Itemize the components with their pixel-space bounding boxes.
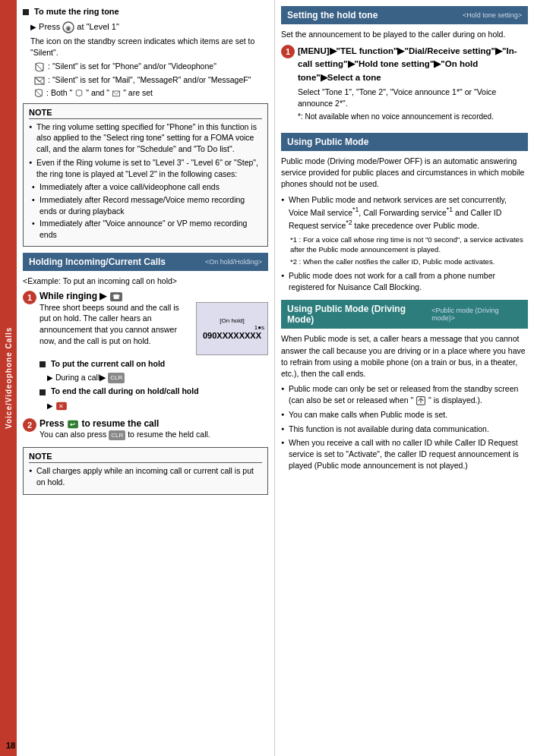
step1-content: While ringing ▶ ☎ [On hold] 1●s 090XXXXX… xyxy=(39,291,268,414)
driving-mode-tag: <Public mode (Driving mode)> xyxy=(431,307,522,322)
svg-text:✕: ✕ xyxy=(58,402,64,409)
holding-example: <Example: To put an incoming call on hol… xyxy=(23,276,268,287)
hold-step1-row: 1 [MENU]▶"TEL function"▶"Dial/Receive se… xyxy=(281,45,528,125)
step2-subtext2: to resume the held call. xyxy=(128,430,210,439)
step2-heading: Press ↩ to resume the call xyxy=(39,418,268,429)
holding-section: Holding Incoming/Current Calls <On hold/… xyxy=(23,253,268,443)
hold-tone-tag: <Hold tone setting> xyxy=(463,11,522,19)
mute-step1-suffix: at "Level 1" xyxy=(77,22,119,31)
sub2-text: ▶ ✕ xyxy=(39,400,268,412)
note-box-2: NOTE Call charges apply while an incomin… xyxy=(23,447,268,494)
phone-receive-icon: ☎ xyxy=(109,291,123,302)
public-mode-header: Using Public Mode xyxy=(281,133,528,151)
mute-step1: Press xyxy=(39,22,60,31)
driving-bullet4: When you receive a call with no caller I… xyxy=(281,437,528,471)
note1-bullet2: Even if the Ring volume is set to "Level… xyxy=(29,157,262,179)
hold-step1-footnote: *: Not available when no voice announcem… xyxy=(298,112,528,123)
phone-silent-text: : "Silent" is set for "Phone" and/or "Vi… xyxy=(48,61,216,71)
icon-row-both: : Both " " and " " are set xyxy=(23,88,268,99)
public-mode-section: Using Public Mode Public mode (Driving m… xyxy=(281,133,528,292)
note1-bullet1: The ring volume setting specified for "P… xyxy=(29,121,262,155)
screen-indicator: 1●s xyxy=(254,324,267,331)
holding-section-header: Holding Incoming/Current Calls <On hold/… xyxy=(23,253,268,271)
sidebar-label: Voice/Videophone Calls xyxy=(5,327,13,429)
hold-step1-text: [MENU]▶"TEL function"▶"Dial/Receive sett… xyxy=(298,45,528,84)
sub2-heading: To end the call during on hold/call hold xyxy=(51,386,199,395)
sidebar-tab: Voice/Videophone Calls xyxy=(0,0,17,756)
driving-mode-heading: Using Public Mode (Driving Mode) xyxy=(287,304,431,325)
driving-bullet2: You can make calls when Public mode is s… xyxy=(281,409,528,421)
mute-heading: To mute the ring tone xyxy=(34,7,119,16)
public-fn2: *2 : When the caller notifies the caller… xyxy=(281,257,528,267)
step2-row: 2 Press ↩ to resume the call You can als… xyxy=(23,418,268,443)
step1-arr: ▶ xyxy=(100,291,106,301)
public-bullet2: Public mode does not work for a call fro… xyxy=(281,270,528,292)
holding-heading: Holding Incoming/Current Calls xyxy=(29,257,166,267)
both-silent-text: : Both " xyxy=(46,88,72,97)
sub1-sq-bullet xyxy=(39,361,46,367)
step2-also-text: You can also press xyxy=(39,430,106,439)
note1-label: NOTE xyxy=(29,108,262,119)
svg-text:◉: ◉ xyxy=(65,24,71,32)
step2-content: Press ↩ to resume the call You can also … xyxy=(39,418,268,443)
public-fn1: *1 : For a voice call whose ring time is… xyxy=(281,235,528,256)
note1-sub3: Immediately after "Voice announce" or VP… xyxy=(29,218,262,240)
sub1-text: ▶ During a call▶ CLR xyxy=(39,372,268,384)
public-mode-intro: Public mode (Driving mode/Power OFF) is … xyxy=(281,156,528,191)
icon-row-mail: : "Silent" is set for "Mail", "MessageR"… xyxy=(23,75,268,86)
on-hold-screen: [On hold] 1●s 090XXXXXXXX xyxy=(196,302,268,355)
step1-heading-text: While ringing xyxy=(39,291,97,301)
driving-bullet3: This function is not available during da… xyxy=(281,424,528,435)
sub1-section: To put the current call on hold ▶ During… xyxy=(39,358,268,384)
left-column: To mute the ring tone ▶ Press ◉ at "Leve… xyxy=(17,0,275,756)
square-bullet-icon xyxy=(23,9,29,15)
driving-mode-intro: When Public mode is set, a caller hears … xyxy=(281,333,528,380)
triangle-icon: ▶ xyxy=(30,23,36,31)
phone-silent-icon xyxy=(33,62,46,73)
right-column: Setting the hold tone <Hold tone setting… xyxy=(275,0,534,756)
holding-tag: <On hold/Holding> xyxy=(205,258,262,266)
page-number: 18 xyxy=(6,741,15,750)
sub1-during: During a call xyxy=(55,373,100,382)
hold-step1-circle: 1 xyxy=(281,45,295,58)
step2-suffix: to resume the call xyxy=(81,418,159,429)
note2-bullet1: Call charges apply while an incoming cal… xyxy=(29,465,262,487)
mail-silent-icon xyxy=(33,75,46,86)
both-and: " and " xyxy=(86,88,109,97)
mail-silent-text: : "Silent" is set for "Mail", "MessageR"… xyxy=(48,75,251,84)
hold-tone-section: Setting the hold tone <Hold tone setting… xyxy=(281,6,528,125)
phone-resume-icon: ↩ xyxy=(67,420,79,429)
step1-circle: 1 xyxy=(23,291,36,304)
svg-text:☎: ☎ xyxy=(112,294,120,301)
hold-tone-intro: Set the announcement to be played to the… xyxy=(281,29,528,40)
phone-button-icon: ◉ xyxy=(62,21,74,33)
public-bullet1: When Public mode and network services ar… xyxy=(281,194,528,232)
driving-mode-header: Using Public Mode (Driving Mode) <Public… xyxy=(281,300,528,329)
driving-mode-section: Using Public Mode (Driving Mode) <Public… xyxy=(281,300,528,471)
driving-icon xyxy=(416,395,426,406)
hold-tone-heading: Setting the hold tone xyxy=(287,10,378,20)
svg-line-4 xyxy=(35,77,43,84)
screen-top-label: [On hold] xyxy=(220,317,244,324)
step1-heading: While ringing ▶ ☎ xyxy=(39,291,268,302)
step1-row: 1 While ringing ▶ ☎ [On hold] 1 xyxy=(23,291,268,414)
hold-tone-header: Setting the hold tone <Hold tone setting… xyxy=(281,6,528,24)
hold-step1-subtext: Select "Tone 1", "Tone 2", "Voice announ… xyxy=(298,87,528,109)
note1-sub2: Immediately after Record message/Voice m… xyxy=(29,194,262,216)
svg-text:↩: ↩ xyxy=(71,421,76,428)
both-icon1 xyxy=(74,89,84,98)
both-set: " are set xyxy=(123,88,153,97)
step2-subtext: You can also press CLR to resume the hel… xyxy=(39,429,268,440)
note2-label: NOTE xyxy=(29,452,262,463)
note1-sub1: Immediately after a voice call/videophon… xyxy=(29,181,262,193)
step2-press-text: Press xyxy=(39,418,65,429)
both-silent-icon xyxy=(33,88,44,99)
sub2-sq-bullet xyxy=(39,389,46,395)
step2-clr-btn: CLR xyxy=(109,430,125,441)
hold-step1-content: [MENU]▶"TEL function"▶"Dial/Receive sett… xyxy=(298,45,528,125)
sub2-section: To end the call during on hold/call hold… xyxy=(39,386,268,411)
screen-number: 090XXXXXXXX xyxy=(203,331,261,340)
both-icon2 xyxy=(112,89,121,98)
step2-circle: 2 xyxy=(23,418,36,432)
note-box-1: NOTE The ring volume setting specified f… xyxy=(23,103,268,247)
